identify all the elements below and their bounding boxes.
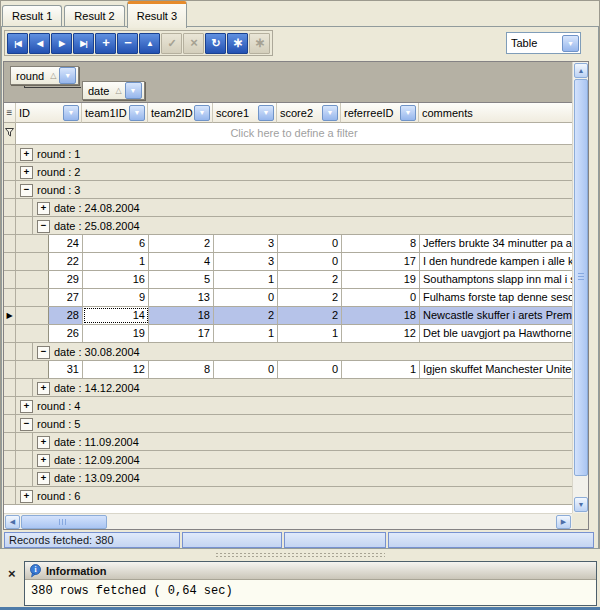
comment-cell[interactable]: I den hundrede kampen i alle konkurra (420, 253, 572, 270)
table-cell[interactable]: 8 (342, 235, 420, 252)
table-cell[interactable]: 28 (49, 307, 83, 324)
comment-cell[interactable]: Igjen skuffet Manchester United mot (420, 361, 572, 378)
column-header-score1[interactable]: score1▼ (213, 103, 277, 123)
group-row[interactable]: −date : 25.08.2004 (4, 217, 572, 235)
table-cell[interactable]: 1 (278, 325, 342, 342)
table-cell[interactable]: 3 (214, 235, 278, 252)
grid-corner-menu-icon[interactable]: ≡ (4, 103, 16, 123)
table-row[interactable]: 2619171112Det ble uavgjort pa Hawthornes… (4, 325, 572, 343)
table-cell[interactable]: 0 (278, 253, 342, 270)
expand-group-icon[interactable]: + (37, 202, 50, 215)
splitter-grip-icon[interactable] (215, 552, 385, 558)
table-cell[interactable]: 0 (278, 361, 342, 378)
table-cell[interactable]: 9 (83, 289, 149, 306)
column-filter-dropdown-icon[interactable]: ▼ (194, 105, 210, 121)
insert-record-button[interactable]: + (95, 33, 116, 54)
table-row[interactable]: 22143017I den hundrede kampen i alle kon… (4, 253, 572, 271)
column-filter-dropdown-icon[interactable]: ▼ (129, 105, 145, 121)
set-bookmark-button[interactable]: ∗ (227, 33, 248, 54)
table-cell[interactable]: 1 (214, 271, 278, 288)
vertical-scrollbar[interactable]: ▲ ▼ (572, 62, 588, 513)
table-cell[interactable]: 16 (83, 271, 149, 288)
table-cell[interactable]: 22 (49, 253, 83, 270)
refresh-button[interactable]: ↻ (205, 33, 226, 54)
expand-group-icon[interactable]: + (20, 166, 33, 179)
filter-row[interactable]: Click here to define a filter (4, 123, 572, 145)
filter-prompt[interactable]: Click here to define a filter (16, 123, 572, 144)
table-cell[interactable]: 19 (83, 325, 149, 342)
table-cell[interactable]: 12 (83, 361, 149, 378)
column-filter-dropdown-icon[interactable]: ▼ (63, 105, 79, 121)
table-row[interactable]: ▶2814182218Newcastle skuffer i arets Pre… (4, 307, 572, 325)
table-cell[interactable]: 0 (214, 361, 278, 378)
group-by-panel[interactable]: round △ ▼ date △ ▼ (4, 62, 572, 103)
table-row[interactable]: 27913020Fulhams forste tap denne sesonge… (4, 289, 572, 307)
table-cell[interactable]: 19 (342, 271, 420, 288)
column-filter-dropdown-icon[interactable]: ▼ (258, 105, 274, 121)
table-cell[interactable]: 14 (83, 307, 149, 324)
comment-cell[interactable]: Det ble uavgjort pa Hawthornes etter (420, 325, 572, 342)
table-cell[interactable]: 31 (49, 361, 83, 378)
table-cell[interactable]: 12 (342, 325, 420, 342)
table-type-select[interactable]: Table ▼ (506, 32, 581, 54)
column-header-id[interactable]: ID▼ (16, 103, 82, 123)
table-cell[interactable]: 2 (278, 307, 342, 324)
close-info-button[interactable]: × (8, 566, 16, 581)
column-header-team1id[interactable]: team1ID▼ (82, 103, 148, 123)
table-cell[interactable]: 27 (49, 289, 83, 306)
panel-splitter[interactable] (0, 549, 600, 560)
scroll-down-icon[interactable]: ▼ (574, 497, 588, 512)
tab-result-3[interactable]: Result 3 (127, 1, 187, 28)
next-record-button[interactable]: ▶ (51, 33, 72, 54)
expand-group-icon[interactable]: + (37, 436, 50, 449)
column-filter-dropdown-icon[interactable]: ▼ (400, 105, 416, 121)
vertical-scrollbar-thumb[interactable] (574, 79, 588, 476)
table-cell[interactable]: 2 (278, 271, 342, 288)
group-row[interactable]: +round : 6 (4, 487, 572, 505)
tab-result-1[interactable]: Result 1 (2, 5, 62, 26)
first-record-button[interactable]: |◀ (7, 33, 28, 54)
column-header-comments[interactable]: comments (419, 103, 572, 123)
filter-funnel-cell[interactable] (4, 123, 16, 144)
expand-group-icon[interactable]: + (20, 400, 33, 413)
table-cell[interactable]: 1 (83, 253, 149, 270)
collapse-group-icon[interactable]: − (37, 346, 50, 359)
table-cell[interactable]: 29 (49, 271, 83, 288)
table-cell[interactable]: 13 (149, 289, 214, 306)
group-row[interactable]: −round : 5 (4, 415, 572, 433)
scroll-right-icon[interactable]: ▶ (556, 515, 571, 529)
column-header-referreeid[interactable]: referreeID▼ (341, 103, 419, 123)
table-cell[interactable]: 1 (214, 325, 278, 342)
table-cell[interactable]: 1 (342, 361, 420, 378)
column-header-score2[interactable]: score2▼ (277, 103, 341, 123)
table-cell[interactable]: 3 (214, 253, 278, 270)
collapse-group-icon[interactable]: − (37, 220, 50, 233)
delete-record-button[interactable]: − (117, 33, 138, 54)
table-cell[interactable]: 2 (214, 307, 278, 324)
expand-group-icon[interactable]: + (20, 490, 33, 503)
comment-cell[interactable]: Fulhams forste tap denne sesongen, (420, 289, 572, 306)
comment-cell[interactable]: Southamptons slapp inn mal i sin 11. li (420, 271, 572, 288)
table-cell[interactable]: 2 (278, 289, 342, 306)
table-cell[interactable]: 6 (83, 235, 149, 252)
expand-group-icon[interactable]: + (37, 472, 50, 485)
horizontal-scrollbar[interactable]: ◀ ▶ (4, 513, 572, 529)
table-cell[interactable]: 5 (149, 271, 214, 288)
group-row[interactable]: +date : 13.09.2004 (4, 469, 572, 487)
column-filter-dropdown-icon[interactable]: ▼ (322, 105, 338, 121)
group-row[interactable]: +round : 1 (4, 145, 572, 163)
table-cell[interactable]: 0 (278, 235, 342, 252)
comment-cell[interactable]: Jeffers brukte 34 minutter pa a vinne (420, 235, 572, 252)
collapse-group-icon[interactable]: − (20, 418, 33, 431)
table-row[interactable]: 2462308Jeffers brukte 34 minutter pa a v… (4, 235, 572, 253)
collapse-group-icon[interactable]: − (20, 184, 33, 197)
column-header-team2id[interactable]: team2ID▼ (148, 103, 213, 123)
table-cell[interactable]: 4 (149, 253, 214, 270)
group-row[interactable]: +date : 11.09.2004 (4, 433, 572, 451)
group-field-date[interactable]: date △ ▼ (82, 81, 145, 100)
horizontal-scrollbar-thumb[interactable] (21, 515, 107, 529)
expand-group-icon[interactable]: + (37, 454, 50, 467)
table-cell[interactable]: 2 (149, 235, 214, 252)
expand-group-icon[interactable]: + (37, 382, 50, 395)
group-row[interactable]: +date : 14.12.2004 (4, 379, 572, 397)
